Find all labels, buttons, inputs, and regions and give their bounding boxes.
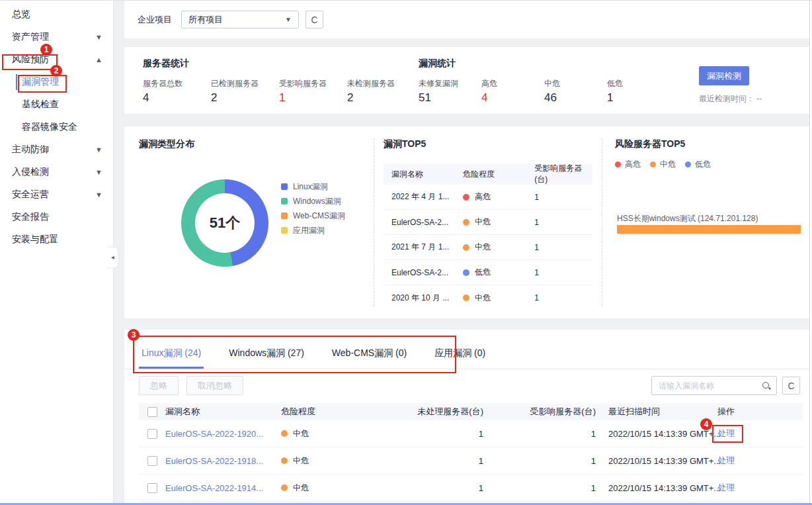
stat-affected-servers: 受影响服务器 1: [279, 78, 347, 105]
enterprise-project-bar: 企业项目 所有项目 ▼ C: [124, 1, 809, 38]
stat-unfixed-vulns: 未修复漏洞 51: [419, 78, 481, 105]
ignore-button[interactable]: 忽略: [139, 376, 179, 395]
last-scan-time: 最近检测时间： --: [699, 93, 762, 105]
webcms-swatch-icon: [281, 212, 288, 219]
project-select[interactable]: 所有项目 ▼: [181, 11, 299, 28]
table-row: EulerOS-SA-2... 中危 1: [384, 210, 592, 235]
vuln-link[interactable]: 2022 年 4 月 1...: [391, 192, 449, 201]
vuln-table: 漏洞名称 危险程度 未处理服务器(台) 受影响服务器(台) 最近扫描时间 操作 …: [139, 403, 803, 502]
severity-dot-icon: [463, 269, 469, 276]
search-box: [651, 376, 777, 395]
action-row: 忽略 取消忽略 C: [139, 376, 800, 395]
stat-total-servers: 服务器总数 4: [143, 78, 211, 105]
sidebar-item-intrusion-detection[interactable]: 入侵检测▼: [0, 161, 113, 183]
legend-low: 低危: [685, 157, 711, 171]
chevron-up-icon: ▲: [95, 56, 102, 64]
table-row: EulerOS-SA-2... 低危 1: [384, 260, 592, 285]
table-row: 2020 年 10 月 ... 中危 1: [384, 285, 592, 310]
vuln-link[interactable]: EulerOS-SA-2...: [391, 218, 448, 227]
severity-dot-icon: [463, 194, 469, 201]
sidebar-collapse-handle[interactable]: ◀: [108, 247, 118, 268]
table-row: EulerOS-SA-2022-1920... 中危 1 1 2022/10/1…: [139, 420, 803, 447]
vuln-type-title: 漏洞类型分布: [139, 138, 194, 150]
handle-link[interactable]: 处理: [717, 455, 735, 465]
row-checkbox[interactable]: [147, 429, 157, 439]
severity-dot-icon: [281, 430, 288, 437]
vuln-top5: 漏洞TOP5 漏洞名称 危险程度 受影响服务器(台) 2022 年 4 月 1.…: [374, 126, 602, 318]
stat-unscanned-servers: 未检测服务器 2: [347, 78, 415, 105]
chevron-down-icon: ▼: [95, 33, 102, 41]
handle-link[interactable]: 处理: [717, 482, 735, 492]
legend-app: 应用漏洞: [281, 223, 345, 238]
legend-webcms: Web-CMS漏洞: [281, 208, 345, 223]
vuln-list-card: Linux漏洞 (24) Windows漏洞 (27) Web-CMS漏洞 (0…: [124, 330, 809, 505]
sidebar-item-proactive-defense[interactable]: 主动防御▼: [0, 138, 113, 161]
tab-app-vulns[interactable]: 应用漏洞 (0): [432, 347, 488, 369]
vuln-scan-button[interactable]: 漏洞检测: [699, 66, 749, 85]
risk-bar-label: HSS长期windows测试 (124.71.201.128): [617, 213, 758, 224]
risk-legend: 高危 中危 低危: [615, 157, 720, 171]
linux-swatch-icon: [281, 183, 288, 190]
chevron-down-icon: ▼: [95, 168, 102, 176]
sidebar-item-security-operations[interactable]: 安全运营▼: [0, 183, 113, 206]
tab-linux-vulns[interactable]: Linux漏洞 (24): [139, 347, 204, 369]
vuln-link[interactable]: 2021 年 7 月 1...: [391, 242, 449, 252]
chevron-down-icon: ▼: [285, 16, 292, 23]
vuln-name-link[interactable]: EulerOS-SA-2022-1920...: [165, 429, 263, 439]
collapse-arrow-icon: ◀: [111, 255, 114, 260]
row-checkbox[interactable]: [147, 456, 157, 466]
vuln-top5-table: 漏洞名称 危险程度 受影响服务器(台) 2022 年 4 月 1... 高危 1…: [384, 163, 592, 310]
vuln-top5-title: 漏洞TOP5: [384, 138, 426, 150]
cancel-ignore-button[interactable]: 取消忽略: [186, 376, 243, 395]
charts-card: 漏洞类型分布 51个 Linux漏洞 Windows漏洞 Web-CMS漏洞 应…: [124, 126, 809, 318]
hss-vulnerability-console: 总览 资产管理▼ 风险预防▲ 漏洞管理 基线检查 容器镜像安全 主动防御▼ 入侵…: [0, 0, 812, 505]
vuln-name-link[interactable]: EulerOS-SA-2022-1914...: [165, 483, 263, 493]
search-icon[interactable]: [762, 381, 771, 390]
vuln-name-link[interactable]: EulerOS-SA-2022-1918...: [165, 456, 263, 466]
high-dot-icon: [615, 161, 621, 167]
windows-swatch-icon: [281, 198, 288, 205]
tab-windows-vulns[interactable]: Windows漏洞 (27): [226, 347, 307, 369]
legend-windows: Windows漏洞: [281, 194, 345, 208]
sidebar-item-installation-config[interactable]: 安装与配置: [0, 228, 113, 251]
low-dot-icon: [685, 161, 691, 167]
legend-medium: 中危: [650, 157, 676, 171]
tab-webcms-vulns[interactable]: Web-CMS漏洞 (0): [329, 347, 409, 369]
severity-dot-icon: [463, 244, 469, 251]
project-select-value: 所有项目: [188, 14, 223, 26]
sidebar-item-risk-prevention[interactable]: 风险预防▲: [0, 48, 113, 71]
stat-low-risk: 低危 1: [607, 78, 670, 105]
row-checkbox[interactable]: [147, 483, 157, 493]
search-input[interactable]: [659, 381, 762, 390]
vuln-link[interactable]: 2020 年 10 月 ...: [391, 293, 449, 302]
risk-server-top5: 风险服务器TOP5 高危 中危 低危 HSS长期windows测试 (124.7…: [602, 126, 809, 318]
sidebar-item-assets[interactable]: 资产管理▼: [0, 26, 113, 48]
medium-dot-icon: [650, 161, 656, 167]
refresh-button[interactable]: C: [305, 11, 323, 28]
refresh-button[interactable]: C: [782, 377, 800, 394]
table-row: EulerOS-SA-2022-1918... 中危 1 1 2022/10/1…: [139, 447, 803, 475]
table-header: 漏洞名称 危险程度 受影响服务器(台): [384, 163, 592, 185]
sidebar-item-container-image-security[interactable]: 容器镜像安全: [0, 116, 113, 138]
select-all-checkbox[interactable]: [147, 407, 157, 417]
severity-dot-icon: [463, 219, 469, 226]
chevron-down-icon: ▼: [95, 191, 102, 199]
enterprise-project-label: 企业项目: [138, 14, 172, 26]
table-row: EulerOS-SA-2022-1914... 中危 1 1 2022/10/1…: [139, 475, 803, 502]
sidebar: 总览 资产管理▼ 风险预防▲ 漏洞管理 基线检查 容器镜像安全 主动防御▼ 入侵…: [0, 1, 114, 505]
donut-center-label: 51个: [181, 179, 268, 267]
vuln-link[interactable]: EulerOS-SA-2...: [391, 268, 448, 277]
legend-linux: Linux漏洞: [281, 179, 345, 194]
handle-link[interactable]: 处理: [717, 428, 735, 438]
sidebar-item-baseline-check[interactable]: 基线检查: [0, 93, 113, 116]
stat-high-risk: 高危 4: [481, 78, 544, 105]
severity-dot-icon: [463, 295, 469, 301]
sidebar-item-vulnerability-management[interactable]: 漏洞管理: [0, 71, 113, 93]
severity-dot-icon: [281, 457, 288, 464]
selected-indicator: [16, 74, 17, 90]
vuln-type-distribution: 漏洞类型分布 51个 Linux漏洞 Windows漏洞 Web-CMS漏洞 应…: [124, 126, 374, 318]
sidebar-item-security-report[interactable]: 安全报告: [0, 206, 113, 228]
donut-legend: Linux漏洞 Windows漏洞 Web-CMS漏洞 应用漏洞: [281, 179, 345, 238]
sidebar-item-overview[interactable]: 总览: [0, 3, 113, 26]
stat-scanned-servers: 已检测服务器 2: [211, 78, 279, 105]
